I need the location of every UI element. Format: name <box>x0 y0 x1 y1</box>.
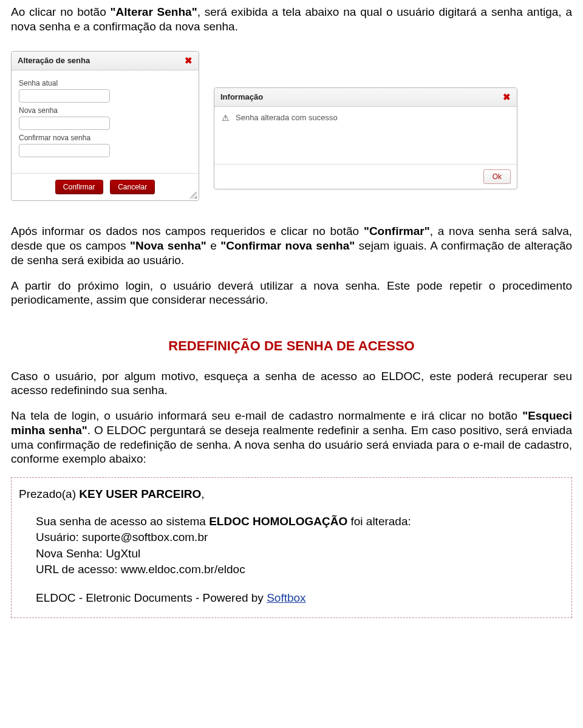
intro-paragraph: Ao clicar no botão "Alterar Senha", será… <box>11 5 572 34</box>
after-paragraph-2: A partir do próximo login, o usuário dev… <box>11 279 572 308</box>
dialog-body: ⚠ Senha alterada com sucesso <box>214 107 517 128</box>
dialog-footer: Ok <box>214 164 517 189</box>
resize-handle-icon[interactable] <box>189 191 197 199</box>
confirm-button[interactable]: Confirmar <box>55 180 103 194</box>
close-icon[interactable]: ✖ <box>503 92 511 103</box>
bold-button-name: "Alterar Senha" <box>111 5 197 18</box>
email-line-password: Nova Senha: UgXtul <box>36 546 562 562</box>
system-name: ELDOC HOMOLOGAÇÃO <box>209 515 347 528</box>
text: Ao clicar no botão <box>11 5 111 18</box>
cancel-button[interactable]: Cancelar <box>110 180 155 194</box>
softbox-link[interactable]: Softbox <box>267 591 305 604</box>
dialog-header: Alteração de senha ✖ <box>12 52 199 71</box>
bold-text: "Nova senha" <box>130 239 206 252</box>
bold-text: "Confirmar nova senha" <box>220 239 355 252</box>
after-paragraph-1: Após informar os dados nos campos requer… <box>11 224 572 267</box>
reset-paragraph-1: Caso o usuário, por algum motivo, esqueç… <box>11 369 572 398</box>
bold-text: "Confirmar" <box>364 225 430 237</box>
dialog-buttons: Confirmar Cancelar <box>12 173 199 200</box>
dialog-title: Informação <box>220 92 263 102</box>
input-new-password[interactable] <box>19 117 110 130</box>
alert-icon: ⚠ <box>222 113 230 124</box>
info-message: Senha alterada com sucesso <box>236 113 338 123</box>
dialog-title: Alteração de senha <box>18 56 90 66</box>
label: URL de acesso: <box>36 563 121 576</box>
text: , <box>201 488 204 500</box>
text: Após informar os dados nos campos requer… <box>11 225 364 237</box>
label: Usuário: <box>36 531 82 543</box>
text: foi alterada: <box>347 515 411 528</box>
dialog-header: Informação ✖ <box>214 88 517 107</box>
email-line-url: URL de acesso: www.eldoc.com.br/eldoc <box>36 562 562 578</box>
recipient-name: KEY USER PARCEIRO <box>79 488 201 500</box>
text: e <box>206 239 221 252</box>
label-new-password: Nova senha <box>19 106 191 115</box>
email-footer: ELDOC - Eletronic Documents - Powered by… <box>19 590 562 607</box>
label: Nova Senha: <box>36 547 106 560</box>
email-greeting: Prezado(a) KEY USER PARCEIRO, <box>19 486 562 503</box>
value: suporte@softbox.com.br <box>82 531 208 543</box>
text: ELDOC - Eletronic Documents - Powered by <box>36 591 267 604</box>
reset-paragraph-2: Na tela de login, o usuário informará se… <box>11 409 572 466</box>
email-line-user: Usuário: suporte@softbox.com.br <box>36 529 562 546</box>
dialogs-row: Alteração de senha ✖ Senha atual Nova se… <box>11 51 572 202</box>
value: UgXtul <box>106 547 140 560</box>
text: Na tela de login, o usuário informará se… <box>11 409 522 422</box>
value: www.eldoc.com.br/eldoc <box>121 563 245 576</box>
dialog-body: Senha atual Nova senha Confirmar nova se… <box>12 70 199 160</box>
text: Prezado(a) <box>19 488 79 500</box>
input-confirm-password[interactable] <box>19 144 110 157</box>
label-confirm-password: Confirmar nova senha <box>19 134 191 143</box>
email-line-system: Sua senha de acesso ao sistema ELDOC HOM… <box>36 514 562 530</box>
ok-button[interactable]: Ok <box>483 169 511 184</box>
email-example-box: Prezado(a) KEY USER PARCEIRO, Sua senha … <box>11 477 572 618</box>
text: . O ELDOC perguntará se deseja realmente… <box>11 424 572 466</box>
label-current-password: Senha atual <box>19 79 191 88</box>
text: Sua senha de acesso ao sistema <box>36 515 209 528</box>
section-title: REDEFINIÇÃO DE SENHA DE ACESSO <box>11 338 572 355</box>
email-body: Sua senha de acesso ao sistema ELDOC HOM… <box>19 514 562 578</box>
change-password-dialog: Alteração de senha ✖ Senha atual Nova se… <box>11 51 199 202</box>
close-icon[interactable]: ✖ <box>185 55 193 67</box>
info-dialog: Informação ✖ ⚠ Senha alterada com sucess… <box>214 87 517 189</box>
input-current-password[interactable] <box>19 89 110 103</box>
